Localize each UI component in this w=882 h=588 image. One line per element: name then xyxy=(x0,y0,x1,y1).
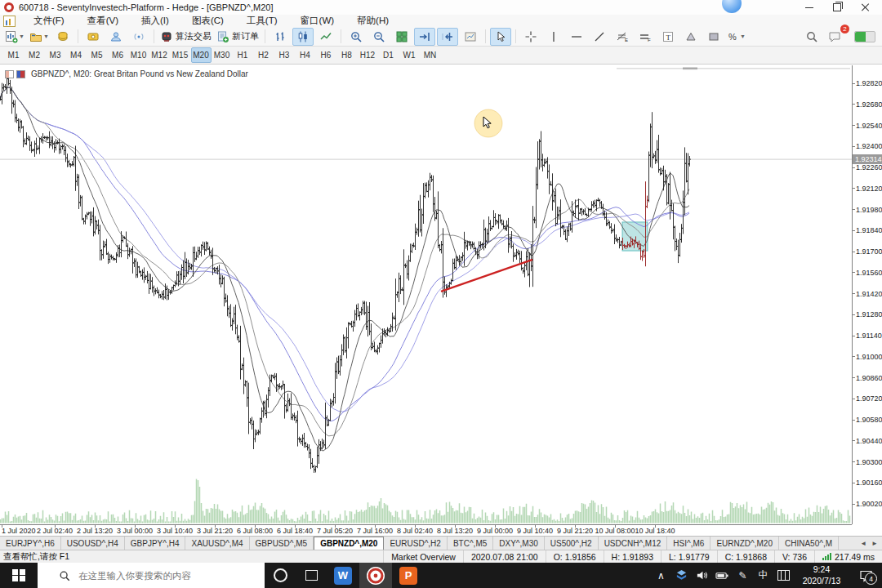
volume-icon[interactable] xyxy=(692,563,712,588)
market-overview-panel[interactable]: Market Overview xyxy=(383,550,463,563)
algo-trading-button[interactable]: 算法交易 xyxy=(158,28,213,46)
symbol-tab-eurjpy-h6[interactable]: EURJPY^,H6 xyxy=(0,537,61,550)
symbol-tab-gbpusd-m5[interactable]: GBPUSD^,M5 xyxy=(250,537,314,550)
ime-keyboard-icon[interactable] xyxy=(773,563,794,588)
cursor-tool-button[interactable] xyxy=(490,28,511,46)
symbol-tab-xauusd-m4[interactable]: XAUUSD^,M4 xyxy=(185,537,249,550)
symbol-tab-us500-h2[interactable]: US500^,H2 xyxy=(545,537,599,550)
chart-shift-button[interactable] xyxy=(437,28,458,46)
menu-item-file[interactable]: 文件(F) xyxy=(22,15,76,27)
new-order-button[interactable]: 新订单 xyxy=(215,28,261,46)
bar-chart-mode-button[interactable] xyxy=(270,28,291,46)
auto-scroll-button[interactable] xyxy=(414,28,435,46)
start-button[interactable] xyxy=(0,563,38,588)
fibonacci-tool-button[interactable]: E xyxy=(612,28,633,46)
symbol-tab-gbpnzd-m20[interactable]: GBPNZD^,M20 xyxy=(314,537,384,550)
symbol-tab-btc-m5[interactable]: BTC^,M5 xyxy=(448,537,493,550)
timeframe-M5[interactable]: M5 xyxy=(87,47,107,63)
tab-scroll-right-icon[interactable]: ► xyxy=(871,540,878,547)
channel-tool-button[interactable]: F xyxy=(635,28,656,46)
chart-scrollbar[interactable] xyxy=(617,68,850,69)
menu-item-view[interactable]: 查看(V) xyxy=(76,15,130,27)
menu-item-insert[interactable]: 插入(I) xyxy=(130,15,180,27)
menu-item-help[interactable]: 帮助(H) xyxy=(345,15,400,27)
timeframe-M30[interactable]: M30 xyxy=(212,47,232,63)
tab-scroll-left-icon[interactable]: ◄ xyxy=(860,540,866,547)
crosshair-tool-button[interactable] xyxy=(520,28,541,46)
timeframe-H6[interactable]: H6 xyxy=(316,47,336,63)
taskbar-clock[interactable]: 9:24 2020/7/13 xyxy=(794,563,849,588)
text-tool-button[interactable]: T xyxy=(657,28,679,46)
ime-language-indicator[interactable]: 中 xyxy=(753,563,773,588)
symbol-tab-hsi-m6[interactable]: HSI^,M6 xyxy=(667,537,710,550)
connection-toggle[interactable] xyxy=(854,31,875,42)
deposit-button[interactable] xyxy=(82,28,104,46)
search-input[interactable] xyxy=(77,570,243,581)
candle-chart-mode-button[interactable] xyxy=(292,28,314,46)
symbol-tab-gbpjpy-h4[interactable]: GBPJPY^,H4 xyxy=(125,537,186,550)
taskbar-app-wps-writer[interactable]: W xyxy=(327,563,359,588)
timeframe-W1[interactable]: W1 xyxy=(399,47,420,63)
profiles-button[interactable]: ▼ xyxy=(28,28,51,46)
ink-workspace-icon[interactable]: ✎ xyxy=(733,563,753,588)
price-chart-canvas[interactable] xyxy=(0,65,852,524)
taskbar-app-trading-platform[interactable] xyxy=(359,563,392,588)
timeframe-M20[interactable]: M20 xyxy=(191,47,212,63)
battery-icon[interactable] xyxy=(712,563,733,588)
line-chart-mode-button[interactable] xyxy=(315,28,336,46)
vertical-line-tool-button[interactable] xyxy=(543,28,564,46)
symbol-tab-eurusd-h2[interactable]: EURUSD^,H2 xyxy=(384,537,447,550)
action-center-button[interactable]: 4 xyxy=(849,563,882,588)
timeframe-H8[interactable]: H8 xyxy=(336,47,357,63)
cloud-drive-icon[interactable] xyxy=(671,563,692,588)
symbol-tab-china50-m[interactable]: CHINA50^,M xyxy=(779,537,839,550)
timeframe-MN[interactable]: MN xyxy=(420,47,440,63)
tile-windows-button[interactable] xyxy=(391,28,412,46)
objects-dropdown-button[interactable]: % ▼ xyxy=(726,28,747,46)
zoom-out-button[interactable] xyxy=(368,28,390,46)
menu-item-tools[interactable]: 工具(T) xyxy=(235,15,289,27)
timeframe-M3[interactable]: M3 xyxy=(45,47,65,63)
chart-properties-button[interactable] xyxy=(460,28,481,46)
timeframe-M6[interactable]: M6 xyxy=(108,47,128,63)
notifications-chat-button[interactable]: 2 xyxy=(824,28,845,46)
menu-item-window[interactable]: 窗口(W) xyxy=(289,15,346,27)
price-axis[interactable]: 1.928201.926801.925401.924001.922601.921… xyxy=(852,65,882,524)
restore-button[interactable] xyxy=(823,1,851,14)
close-button[interactable] xyxy=(851,1,879,14)
chart-scrollbar-thumb[interactable] xyxy=(683,68,697,70)
timeframe-M12[interactable]: M12 xyxy=(149,47,170,63)
timeframe-M15[interactable]: M15 xyxy=(170,47,190,63)
timeframe-D1[interactable]: D1 xyxy=(378,47,399,63)
timeframe-H1[interactable]: H1 xyxy=(233,47,253,63)
zoom-in-button[interactable] xyxy=(345,28,367,46)
market-watch-button[interactable] xyxy=(52,28,74,46)
timeframe-M4[interactable]: M4 xyxy=(66,47,87,63)
timeframe-M10[interactable]: M10 xyxy=(128,47,149,63)
symbol-tab-usousd-h4[interactable]: USOUSD^,H4 xyxy=(61,537,125,550)
community-button[interactable] xyxy=(105,28,127,46)
cortana-button[interactable] xyxy=(265,563,296,588)
menu-item-charts[interactable]: 图表(C) xyxy=(180,15,235,27)
new-chart-button[interactable]: ▼ xyxy=(3,28,26,46)
trendline-tool-button[interactable] xyxy=(589,28,610,46)
timeframe-H3[interactable]: H3 xyxy=(274,47,295,63)
horizontal-line-tool-button[interactable] xyxy=(566,28,587,46)
timeframe-H4[interactable]: H4 xyxy=(295,47,315,63)
timeframe-M1[interactable]: M1 xyxy=(3,47,24,63)
search-button[interactable] xyxy=(801,28,822,46)
taskbar-search[interactable] xyxy=(38,563,265,588)
taskbar-app-wps-presentation[interactable]: P xyxy=(392,563,425,588)
timeframe-M2[interactable]: M2 xyxy=(24,47,45,63)
symbol-tab-eurnzd-m20[interactable]: EURNZD^,M20 xyxy=(710,537,779,550)
task-view-button[interactable] xyxy=(296,563,327,588)
shapes-tool-button[interactable] xyxy=(703,28,724,46)
timeframe-H12[interactable]: H12 xyxy=(358,47,378,63)
time-axis[interactable]: 1 Jul 20202 Jul 02:402 Jul 13:203 Jul 00… xyxy=(0,524,852,537)
signals-button[interactable] xyxy=(128,28,149,46)
symbol-tab-dxy-m30[interactable]: DXY^,M30 xyxy=(493,537,545,550)
symbol-tab-usdcnh-m12[interactable]: USDCNH^,M12 xyxy=(599,537,668,550)
timeframe-H2[interactable]: H2 xyxy=(253,47,274,63)
hidden-icons-chevron[interactable]: ∧ xyxy=(651,563,671,588)
minimize-button[interactable] xyxy=(795,1,823,14)
